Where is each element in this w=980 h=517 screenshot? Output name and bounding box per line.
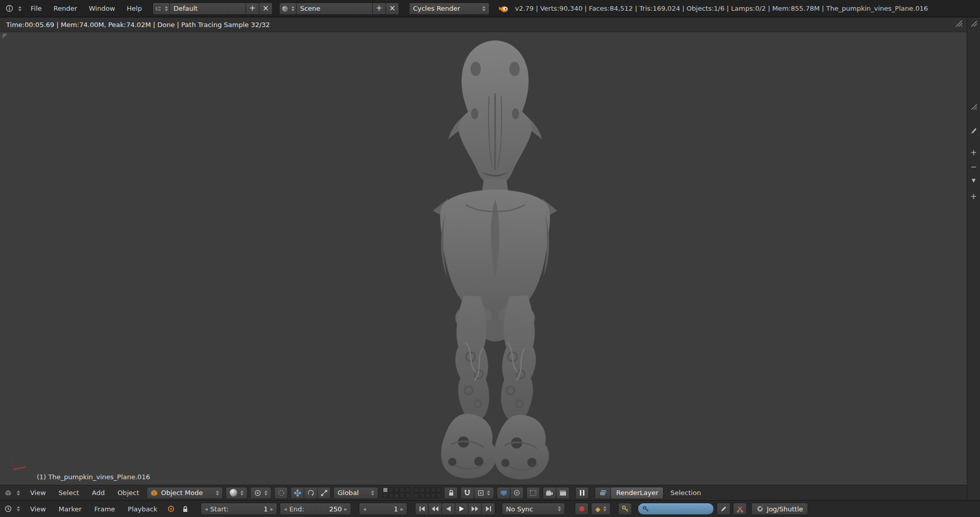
- add-layout-button[interactable]: +: [246, 3, 259, 15]
- layer-cell[interactable]: [400, 487, 405, 493]
- delete-scene-button[interactable]: ×: [385, 3, 399, 15]
- manipulator-rotate-button[interactable]: [304, 487, 317, 499]
- scene-lock-button[interactable]: [444, 487, 458, 499]
- manipulator-scale-button[interactable]: [317, 487, 331, 499]
- transform-orientation-dropdown[interactable]: Global: [333, 487, 378, 499]
- info-header: File Render Window Help Default + × Scen…: [0, 0, 980, 17]
- prev-keyframe-button[interactable]: [428, 503, 442, 515]
- menu-view3d-view[interactable]: View: [25, 489, 51, 497]
- collapsed-region-icon[interactable]: [970, 103, 977, 110]
- layer-cell[interactable]: [414, 493, 419, 498]
- layer-cell[interactable]: [420, 493, 425, 498]
- decrement-arrow-icon: ◂: [205, 506, 208, 512]
- plus-icon: +: [249, 5, 256, 12]
- pause-render-preview-button[interactable]: [575, 487, 589, 499]
- area-corner-handle-icon[interactable]: [955, 19, 963, 27]
- render-layer-icon-button[interactable]: [595, 487, 611, 499]
- lock-camera-to-view-button[interactable]: [497, 487, 510, 499]
- editor-type-button-timeline[interactable]: [2, 502, 22, 515]
- layer-cell[interactable]: [400, 493, 405, 498]
- snap-magnet-button[interactable]: [460, 487, 474, 499]
- selection-menu[interactable]: Selection: [666, 489, 705, 497]
- layer-cell[interactable]: [436, 487, 442, 493]
- opengl-render-anim-button[interactable]: [556, 487, 570, 499]
- cut-button[interactable]: [733, 503, 747, 515]
- area-corner-handle-icon[interactable]: [2, 33, 7, 38]
- manipulator-translate-button[interactable]: [290, 487, 304, 499]
- layer-cell[interactable]: [436, 493, 442, 498]
- layer-cell[interactable]: [425, 493, 430, 498]
- render-engine-dropdown[interactable]: Cycles Render: [409, 3, 489, 15]
- play-button[interactable]: [455, 503, 469, 515]
- mode-dropdown[interactable]: Object Mode: [146, 487, 223, 499]
- next-keyframe-button[interactable]: [468, 503, 482, 515]
- layer-cell[interactable]: [405, 487, 410, 493]
- current-frame-field[interactable]: ◂ 1 ▸: [359, 503, 407, 515]
- menu-timeline-playback[interactable]: Playback: [122, 505, 162, 513]
- menu-timeline-marker[interactable]: Marker: [54, 505, 87, 513]
- brush-icon[interactable]: [970, 127, 977, 134]
- dropdown-arrows-icon: [264, 490, 267, 496]
- layer-cell[interactable]: [383, 493, 388, 498]
- menu-view3d-object[interactable]: Object: [112, 489, 144, 497]
- render-layer-dropdown[interactable]: RenderLayer: [610, 487, 664, 499]
- screen-layout-dropdown[interactable]: [153, 3, 170, 15]
- layer-cell[interactable]: [383, 487, 388, 493]
- frame-start-field[interactable]: ◂ Start: 1 ▸: [201, 503, 277, 515]
- lock-time-button[interactable]: [180, 502, 191, 515]
- play-reverse-button[interactable]: [442, 503, 455, 515]
- menu-timeline-frame[interactable]: Frame: [89, 505, 120, 513]
- chevron-down-icon[interactable]: ▾: [972, 177, 976, 184]
- auto-keyframe-record-button[interactable]: [575, 503, 589, 515]
- frame-end-label: End:: [289, 505, 304, 513]
- render-border-button[interactable]: [526, 487, 540, 499]
- menu-window[interactable]: Window: [84, 5, 120, 12]
- layer-cell[interactable]: [394, 493, 399, 498]
- layer-cell[interactable]: [405, 493, 410, 498]
- jump-to-start-button[interactable]: [415, 503, 429, 515]
- layer-cell[interactable]: [431, 493, 436, 498]
- opengl-render-still-button[interactable]: [543, 487, 556, 499]
- jump-to-end-button[interactable]: [481, 503, 495, 515]
- layer-cell[interactable]: [420, 487, 425, 493]
- layer-cell[interactable]: [414, 487, 419, 493]
- sync-mode-dropdown[interactable]: No Sync: [502, 503, 565, 515]
- insert-keyframe-button[interactable]: [618, 503, 632, 515]
- keying-set-dropdown[interactable]: ◆: [591, 503, 610, 515]
- viewport-3d[interactable]: (1) The_pumpkin_vines_Plane.016: [0, 32, 967, 485]
- preview-range-button[interactable]: [165, 502, 177, 515]
- expand-panel-plus-icon[interactable]: +: [970, 193, 977, 201]
- rendered-object-pumpkin-vines[interactable]: [398, 36, 592, 484]
- jog-shuttle-button[interactable]: Jog/Shuttle: [751, 503, 808, 515]
- layer-cell[interactable]: [431, 487, 436, 493]
- layout-name-field[interactable]: Default: [169, 3, 246, 15]
- editor-type-button-view3d[interactable]: [2, 486, 22, 500]
- scene-dropdown[interactable]: [279, 3, 297, 15]
- layer-cell[interactable]: [394, 487, 399, 493]
- scene-name-value: Scene: [300, 5, 321, 12]
- snap-element-dropdown[interactable]: [474, 487, 494, 499]
- viewport-shading-dropdown[interactable]: [226, 487, 248, 499]
- editor-type-button-info[interactable]: [3, 2, 24, 15]
- layer-cell[interactable]: [388, 487, 394, 493]
- snap-target-button[interactable]: [510, 487, 524, 499]
- menu-file[interactable]: File: [26, 5, 47, 12]
- jog-slider[interactable]: [638, 503, 714, 515]
- menu-help[interactable]: Help: [121, 5, 147, 12]
- proportional-edit-button[interactable]: [274, 487, 288, 499]
- pivot-point-dropdown[interactable]: [250, 487, 272, 499]
- expand-panel-plus-icon[interactable]: +: [970, 149, 977, 157]
- pen-button[interactable]: [717, 503, 730, 515]
- menu-view3d-add[interactable]: Add: [87, 489, 110, 497]
- menu-view3d-select[interactable]: Select: [54, 489, 84, 497]
- delete-layout-button[interactable]: ×: [259, 3, 273, 15]
- area-corner-handle-icon[interactable]: [970, 20, 977, 27]
- collapse-panel-minus-icon[interactable]: −: [970, 163, 977, 171]
- layer-cell[interactable]: [425, 487, 430, 493]
- frame-end-field[interactable]: ◂ End: 250 ▸: [280, 503, 351, 515]
- scene-name-field[interactable]: Scene: [296, 3, 373, 15]
- menu-render[interactable]: Render: [48, 5, 82, 12]
- add-scene-button[interactable]: +: [372, 3, 386, 15]
- menu-timeline-view[interactable]: View: [25, 505, 51, 513]
- layer-cell[interactable]: [388, 493, 394, 498]
